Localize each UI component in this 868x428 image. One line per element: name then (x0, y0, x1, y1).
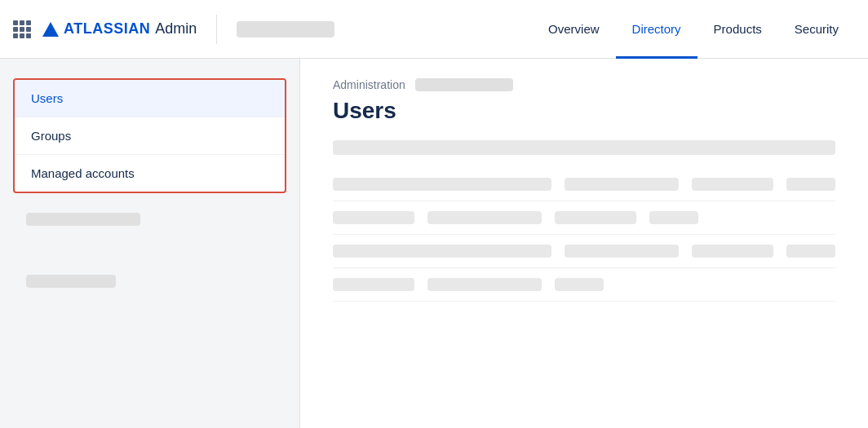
nav-item-overview[interactable]: Overview (532, 0, 616, 59)
table-row (333, 268, 835, 302)
cell-skeleton (333, 178, 551, 191)
brand-name: ATLASSIAN (64, 20, 150, 38)
cell-skeleton (692, 245, 773, 258)
atlassian-logo: ATLASSIAN Admin (42, 20, 197, 38)
nav-item-security[interactable]: Security (778, 0, 855, 59)
app-switcher-icon[interactable] (13, 20, 31, 38)
cell-skeleton (565, 245, 679, 258)
cell-skeleton (555, 211, 636, 224)
breadcrumb-org-pill (415, 78, 513, 91)
content-area: Administration Users (300, 59, 868, 428)
sidebar: Users Groups Managed accounts (0, 59, 300, 428)
sidebar-item-managed-accounts[interactable]: Managed accounts (15, 155, 285, 192)
sidebar-item-groups[interactable]: Groups (15, 117, 285, 155)
cell-skeleton (333, 278, 414, 291)
cell-skeleton (333, 211, 414, 224)
header-divider (216, 15, 217, 44)
atlassian-triangle-icon (42, 22, 59, 37)
breadcrumb-label: Administration (333, 78, 405, 91)
cell-skeleton (333, 245, 551, 258)
sidebar-item-users[interactable]: Users (15, 80, 285, 117)
cell-skeleton (692, 178, 773, 191)
sidebar-skeleton-1 (26, 213, 140, 226)
table-row (333, 235, 835, 268)
sidebar-menu: Users Groups Managed accounts (13, 78, 286, 193)
cell-skeleton (427, 211, 542, 224)
table-row (333, 201, 835, 235)
org-selector[interactable] (237, 21, 334, 38)
nav-item-directory[interactable]: Directory (616, 0, 698, 59)
logo-area: ATLASSIAN Admin (13, 20, 197, 38)
main-layout: Users Groups Managed accounts Administra… (0, 59, 868, 428)
breadcrumb: Administration (333, 78, 835, 91)
sidebar-skeleton-2 (26, 275, 116, 288)
page-title: Users (333, 98, 835, 124)
table-row (333, 168, 835, 201)
content-skeleton-top (333, 140, 835, 155)
app-header: ATLASSIAN Admin Overview Directory Produ… (0, 0, 868, 59)
cell-skeleton (555, 278, 604, 291)
nav-item-products[interactable]: Products (698, 0, 778, 59)
cell-skeleton (786, 178, 835, 191)
cell-skeleton (565, 178, 679, 191)
cell-skeleton (786, 245, 835, 258)
cell-skeleton (427, 278, 542, 291)
product-name: Admin (155, 20, 197, 38)
cell-skeleton (649, 211, 698, 224)
main-nav: Overview Directory Products Security (532, 0, 855, 59)
users-table (333, 168, 835, 302)
